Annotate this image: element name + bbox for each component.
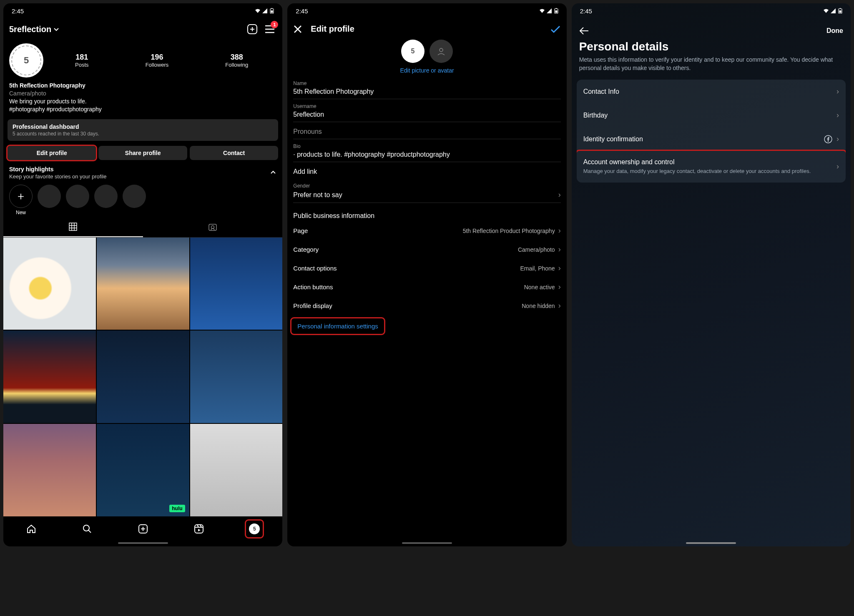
- avatar-picker: 5: [287, 40, 566, 65]
- highlight-placeholder: [123, 185, 146, 215]
- nav-create[interactable]: [135, 521, 151, 537]
- post-thumb[interactable]: [3, 424, 96, 516]
- name-field-wrap: Name 5th Reflection Photography: [287, 79, 566, 102]
- bio-field[interactable]: · products to life. #photography #produc…: [293, 149, 560, 162]
- chevron-down-icon: [53, 26, 60, 33]
- svg-rect-4: [209, 224, 216, 230]
- chevron-right-icon: ›: [836, 162, 839, 171]
- gender-field[interactable]: Prefer not to say ›: [293, 189, 560, 203]
- profile-display-row[interactable]: Profile display None hidden›: [287, 296, 566, 315]
- back-button[interactable]: [579, 27, 589, 35]
- wifi-icon: [823, 8, 829, 13]
- personal-details-card: Contact Info › Birthday › Identity confi…: [577, 80, 846, 183]
- bio-label: Bio: [293, 143, 560, 149]
- done-button[interactable]: Done: [826, 27, 843, 35]
- bio-field-wrap: Bio · products to life. #photography #pr…: [287, 142, 566, 165]
- reels-icon: [193, 523, 204, 534]
- post-thumb[interactable]: [190, 238, 283, 330]
- close-icon: [293, 25, 302, 34]
- addlink-field[interactable]: Add link: [293, 166, 560, 179]
- post-thumb[interactable]: [97, 424, 189, 516]
- create-button[interactable]: [246, 23, 259, 36]
- profile-top: 5 181 Posts 196 Followers 388 Following: [3, 40, 282, 81]
- name-field[interactable]: 5th Reflection Photography: [293, 86, 560, 99]
- svg-rect-2: [271, 10, 273, 13]
- contact-info-row[interactable]: Contact Info ›: [577, 80, 846, 103]
- contact-label: Contact options: [293, 265, 337, 272]
- action-label: Action buttons: [293, 283, 333, 290]
- wifi-icon: [255, 8, 261, 13]
- share-profile-button[interactable]: Share profile: [98, 146, 187, 160]
- highlights-sub: Keep your favorite stories on your profi…: [9, 173, 106, 180]
- post-thumb[interactable]: [190, 331, 283, 423]
- chevron-right-icon: ›: [836, 111, 839, 120]
- status-bar: 2:45: [572, 3, 851, 18]
- nav-search[interactable]: [79, 521, 95, 537]
- username-field[interactable]: 5reflection: [293, 109, 560, 122]
- avatar-pic[interactable]: [430, 40, 453, 63]
- chevron-right-icon: ›: [836, 135, 839, 143]
- identity-label: Identity confirmation: [583, 135, 643, 143]
- profile-stats: 181 Posts 196 Followers 388 Following: [47, 53, 276, 68]
- close-button[interactable]: [293, 25, 302, 34]
- stat-followers[interactable]: 196 Followers: [146, 53, 169, 68]
- display-value: None hidden: [522, 303, 555, 309]
- contact-value: Email, Phone: [520, 265, 555, 272]
- personal-details-desc: Meta uses this information to verify you…: [572, 56, 851, 80]
- profile-info: 5th Reflection Photography Camera/photo …: [3, 81, 282, 117]
- nav-home[interactable]: [23, 521, 40, 537]
- personal-info-settings-link[interactable]: Personal information settings: [291, 318, 384, 334]
- pronouns-label: Pronouns: [293, 128, 322, 135]
- username-selector[interactable]: 5reflection: [9, 25, 241, 34]
- contact-button[interactable]: Contact: [190, 146, 278, 160]
- avatar-inner: 5: [11, 45, 41, 75]
- highlight-placeholder: [38, 185, 61, 215]
- chevron-right-icon: ›: [558, 301, 561, 310]
- contact-options-row[interactable]: Contact options Email, Phone›: [287, 259, 566, 278]
- signal-icon: [831, 8, 836, 13]
- page-row[interactable]: Page 5th Reflection Product Photography›: [287, 221, 566, 240]
- edit-picture-link[interactable]: Edit picture or avatar: [287, 65, 566, 79]
- arrow-left-icon: [579, 27, 589, 35]
- category-text: Camera/photo: [9, 90, 276, 98]
- tab-grid[interactable]: [3, 217, 143, 237]
- professional-dashboard[interactable]: Professional dashboard 5 accounts reache…: [8, 119, 278, 141]
- birthday-row[interactable]: Birthday ›: [577, 103, 846, 127]
- post-thumb[interactable]: [3, 238, 96, 330]
- action-buttons-row[interactable]: Action buttons None active›: [287, 278, 566, 296]
- post-thumb[interactable]: [97, 331, 189, 423]
- identity-confirmation-row[interactable]: Identity confirmation ›: [577, 127, 846, 151]
- chevron-right-icon: ›: [558, 226, 561, 235]
- public-business-section: Public business information: [287, 205, 566, 221]
- action-value: None active: [524, 284, 555, 290]
- person-icon: [436, 46, 446, 56]
- category-label: Category: [293, 246, 319, 253]
- add-highlight[interactable]: ＋ New: [9, 185, 33, 215]
- profile-avatar[interactable]: 5: [9, 43, 43, 78]
- pronouns-field[interactable]: Pronouns: [293, 126, 560, 139]
- personal-details-header: Done: [572, 18, 851, 38]
- profile-pic[interactable]: 5: [401, 40, 424, 63]
- menu-button[interactable]: 1: [263, 23, 276, 36]
- account-ownership-row[interactable]: Account ownership and control Manage you…: [577, 151, 846, 183]
- post-thumb[interactable]: [97, 238, 189, 330]
- stat-posts[interactable]: 181 Posts: [75, 53, 89, 68]
- stat-following[interactable]: 388 Following: [225, 53, 248, 68]
- post-thumb[interactable]: [3, 331, 96, 423]
- dashboard-sub: 5 accounts reached in the last 30 days.: [13, 131, 273, 137]
- svg-rect-1: [271, 8, 273, 9]
- chevron-up-icon[interactable]: [270, 169, 276, 176]
- nav-profile[interactable]: 5: [246, 521, 263, 537]
- signal-icon: [547, 8, 553, 13]
- category-value: Camera/photo: [518, 246, 555, 253]
- tab-tagged[interactable]: [143, 217, 283, 237]
- username-value: 5reflection: [293, 111, 324, 118]
- post-thumb[interactable]: [190, 424, 283, 516]
- confirm-button[interactable]: [550, 25, 561, 34]
- nav-reels[interactable]: [191, 521, 207, 537]
- edit-profile-button[interactable]: Edit profile: [8, 146, 96, 160]
- grid-icon: [68, 222, 78, 231]
- category-row[interactable]: Category Camera/photo›: [287, 240, 566, 259]
- followers-count: 196: [146, 53, 169, 62]
- signal-icon: [262, 8, 268, 13]
